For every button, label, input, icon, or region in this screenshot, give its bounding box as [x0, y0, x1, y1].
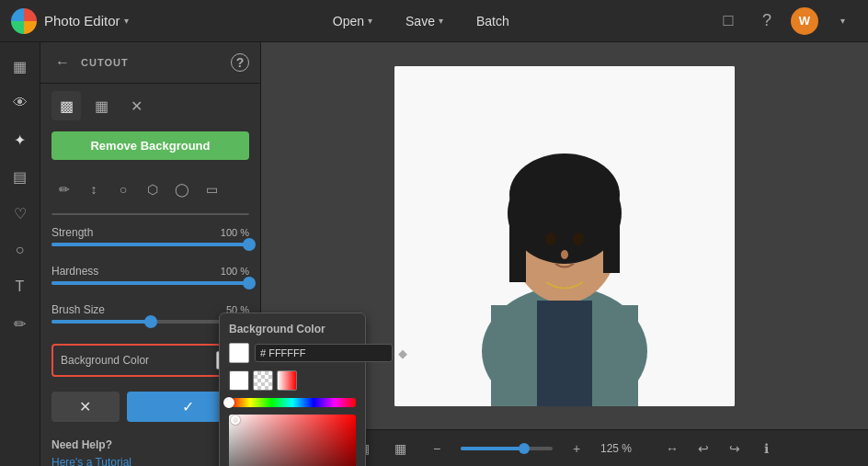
cancel-button[interactable]: ✕ [51, 392, 120, 422]
brush-size-slider-thumb[interactable] [144, 315, 157, 328]
brush-tools-row: ✏ ↕ ○ ⬡ ◯ ▭ [40, 171, 260, 208]
color-picker-top-row: ◆ [229, 343, 356, 363]
arrow-tool-button[interactable]: ↕ [81, 176, 107, 202]
help-icon-button[interactable]: ? [752, 6, 782, 36]
hardness-slider-fill [51, 281, 249, 285]
hardness-slider-thumb[interactable] [243, 277, 256, 290]
tab-cutout[interactable]: ▦ [86, 91, 116, 120]
rect-tool-button[interactable]: ▭ [199, 176, 224, 202]
photo-image [394, 66, 735, 406]
open-label: Open [333, 14, 364, 28]
color-picker-gradient[interactable] [229, 415, 356, 466]
color-picker-swatch[interactable] [229, 343, 249, 363]
strength-label: Strength [51, 226, 93, 239]
remove-bg-label: Remove Background [90, 139, 210, 153]
polygon-tool-button[interactable]: ⬡ [140, 176, 166, 202]
app-title[interactable]: Photo Editor ▾ [44, 13, 129, 28]
svg-rect-8 [603, 209, 620, 273]
cutout-tool-button[interactable]: ✦ [4, 123, 37, 156]
app-name-label: Photo Editor [44, 13, 120, 28]
brush-size-slider-fill [51, 320, 151, 324]
fit-height-button[interactable]: ▦ [387, 436, 413, 461]
preset-gradient[interactable] [277, 370, 297, 391]
bg-color-label: Background Color [61, 354, 149, 367]
batch-label: Batch [476, 14, 509, 28]
layers-tool-button[interactable]: ▤ [4, 160, 37, 193]
app-logo [11, 8, 37, 34]
main-area: ▦ 👁 ✦ ▤ ♡ ○ T ✏ ← CUTOUT ? ▩ ▦ ✕ Remove … [0, 42, 868, 466]
hardness-label-row: Hardness 100 % [51, 265, 249, 278]
open-chevron: ▾ [368, 16, 372, 26]
avatar-letter: W [799, 14, 810, 28]
back-button[interactable]: ← [51, 51, 74, 74]
info-button[interactable]: ℹ [753, 436, 779, 461]
zoom-slider-thumb[interactable] [519, 443, 530, 454]
eye-tool-button[interactable]: 👁 [4, 86, 37, 119]
remove-keep-toggle: Remove Keep [51, 213, 249, 215]
open-button[interactable]: Open ▾ [320, 8, 385, 34]
hardness-slider-section: Hardness 100 % [40, 259, 260, 298]
undo-button[interactable]: ↩ [691, 436, 716, 461]
save-label: Save [405, 14, 435, 28]
color-picker-popup: Background Color ◆ [219, 313, 366, 466]
keep-toggle-button[interactable]: Keep [151, 214, 249, 215]
circle-tool-button[interactable]: ◯ [169, 176, 195, 202]
preset-transparent[interactable] [253, 370, 273, 391]
save-button[interactable]: Save ▾ [393, 8, 456, 34]
remove-background-button[interactable]: Remove Background [51, 131, 249, 160]
panel-tabs-row: ▩ ▦ ✕ [40, 84, 260, 128]
zoom-in-button[interactable]: + [564, 436, 589, 461]
brush-tool-button[interactable]: ✏ [51, 176, 77, 202]
color-picker-gradient-overlay [229, 415, 356, 466]
zoom-slider-track[interactable] [461, 447, 553, 450]
panel-help-button[interactable]: ? [231, 53, 249, 72]
tab-delete[interactable]: ✕ [121, 91, 151, 120]
hardness-value: 100 % [221, 266, 249, 277]
svg-rect-7 [509, 209, 526, 282]
tab-image[interactable]: ▩ [51, 91, 81, 120]
help-link[interactable]: Here's a Tutorial [51, 456, 131, 466]
brush-size-label: Brush Size [51, 303, 105, 316]
svg-rect-12 [537, 301, 592, 406]
color-picker-title: Background Color [229, 323, 356, 335]
remove-toggle-button[interactable]: Remove [52, 214, 151, 215]
color-picker-presets [229, 370, 356, 391]
strength-value: 100 % [221, 227, 249, 238]
panel-title: CUTOUT [81, 57, 223, 68]
zoom-out-button[interactable]: − [424, 436, 450, 461]
batch-button[interactable]: Batch [463, 8, 522, 34]
hardness-slider-track[interactable] [51, 281, 249, 285]
topbar-center: Open ▾ Save ▾ Batch [129, 8, 714, 34]
strength-slider-fill [51, 243, 249, 246]
strength-slider-track[interactable] [51, 243, 249, 246]
color-picker-hue-thumb[interactable] [223, 397, 234, 408]
fit-to-screen-button[interactable]: ↔ [659, 436, 685, 461]
panel-header: ← CUTOUT ? [40, 42, 260, 84]
topbar-right: □ ? W ▾ [714, 6, 857, 36]
text-tool-button[interactable]: T [4, 270, 37, 303]
lasso-tool-button[interactable]: ○ [110, 176, 136, 202]
preset-white[interactable] [229, 370, 249, 391]
bottombar-right: ↔ ↩ ↪ ℹ [659, 436, 779, 461]
redo-button[interactable]: ↪ [722, 436, 748, 461]
color-picker-cursor[interactable] [231, 415, 240, 425]
shape-tool-button[interactable]: ○ [4, 233, 37, 267]
favorites-tool-button[interactable]: ♡ [4, 197, 37, 230]
draw-tool-button[interactable]: ✏ [4, 307, 37, 340]
strength-label-row: Strength 100 % [51, 226, 249, 239]
chat-icon-button[interactable]: □ [714, 6, 743, 36]
svg-point-11 [561, 250, 568, 259]
save-chevron: ▾ [439, 16, 443, 26]
strength-slider-thumb[interactable] [243, 238, 256, 251]
svg-point-10 [573, 233, 584, 245]
avatar-chevron-button[interactable]: ▾ [828, 6, 857, 36]
color-picker-eyedropper-button[interactable]: ◆ [398, 347, 407, 360]
zoom-slider-fill [461, 447, 520, 450]
user-avatar[interactable]: W [791, 7, 818, 35]
icon-sidebar: ▦ 👁 ✦ ▤ ♡ ○ T ✏ [0, 42, 40, 466]
topbar: Photo Editor ▾ Open ▾ Save ▾ Batch □ ? W… [0, 0, 868, 42]
zoom-slider-wrap [461, 447, 553, 450]
transform-tool-button[interactable]: ▦ [4, 50, 37, 83]
color-picker-hue-bar[interactable] [229, 398, 356, 407]
color-picker-hex-input[interactable] [255, 344, 393, 362]
